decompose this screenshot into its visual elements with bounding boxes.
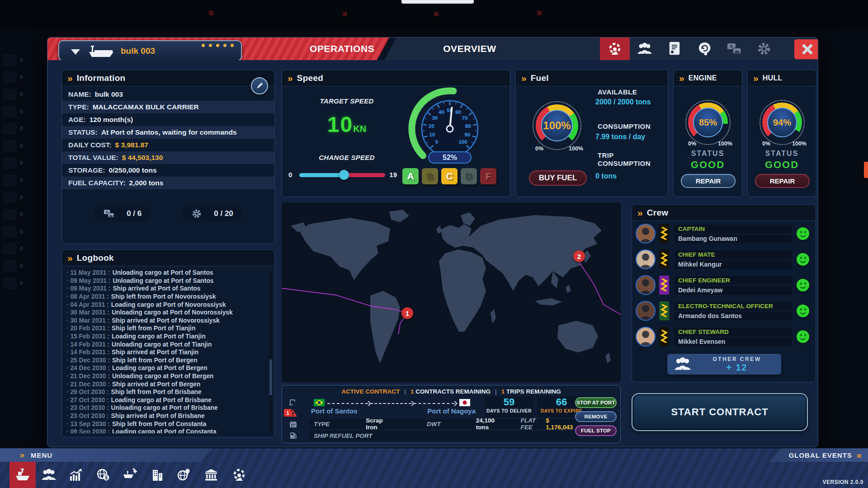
close-icon[interactable] xyxy=(794,39,818,59)
menu-crew-button[interactable] xyxy=(36,462,62,488)
ship-icon xyxy=(87,45,115,60)
background-list-icon xyxy=(3,89,16,100)
svg-text:100: 100 xyxy=(458,139,467,145)
crew-group-icon xyxy=(673,357,693,372)
contracts-icon-button[interactable] xyxy=(660,38,689,60)
start-contract-button[interactable]: START CONTRACT xyxy=(632,393,808,431)
world-map[interactable]: 1 2 xyxy=(282,202,621,382)
menu-company-button[interactable] xyxy=(144,462,170,488)
avatar xyxy=(636,224,656,244)
crew-row[interactable]: CHIEF MATE Mihkel Kangur xyxy=(636,249,812,270)
buy-fuel-button[interactable]: BUY FUEL xyxy=(529,170,587,186)
crew-row[interactable]: CHIEF ENGINEER Dedei Ameyaw xyxy=(636,274,812,296)
log-date: 14 Feb 2031 xyxy=(66,341,109,348)
svg-text:0: 0 xyxy=(435,139,438,145)
panel-title: Crew xyxy=(647,208,669,218)
crew-role: CHIEF MATE xyxy=(675,250,792,259)
menu-ports-button[interactable] xyxy=(171,462,197,488)
crew-icon-button[interactable] xyxy=(630,38,660,60)
speed-slider-handle[interactable] xyxy=(339,170,349,180)
map-marker[interactable]: 1 xyxy=(401,307,413,319)
operations-icon-button[interactable] xyxy=(600,38,630,60)
logbook-scrollbar[interactable] xyxy=(269,270,272,432)
speed-grade-button[interactable]: A xyxy=(402,168,419,184)
speed-grade-button[interactable]: B xyxy=(422,168,438,184)
chevrons-icon: » xyxy=(753,73,759,83)
crew-text: CHIEF STEWARD Mikkel Evensen xyxy=(675,328,792,346)
contract-buttons: STOP AT PORT REMOVE FUEL STOP xyxy=(575,397,617,436)
menu-buy-ship-button[interactable] xyxy=(117,462,143,488)
svg-text:40: 40 xyxy=(439,109,444,115)
log-date: 21 Dec 2030 xyxy=(66,373,110,380)
menu-label: MENU xyxy=(31,451,52,459)
background-list-row: 0 xyxy=(3,157,44,169)
info-value: $ 3,981.87 xyxy=(115,141,148,149)
log-text: Unloading cargo at Port of Brisbane xyxy=(111,404,218,411)
upgrade-slots[interactable]: 0 / 20 xyxy=(182,206,242,222)
ship-selector[interactable]: bulk 003 xyxy=(58,40,242,60)
log-text: Loading cargo at Port of Tianjin xyxy=(112,333,205,340)
background-list-row: 0 xyxy=(3,209,44,221)
tab-operations[interactable]: OPERATIONS xyxy=(310,38,373,60)
repair-hull-button[interactable]: REPAIR xyxy=(755,174,810,188)
logbook-entry: 24 Dec 2030 Loading cargo at Port of Ber… xyxy=(66,364,267,372)
rank-badge-icon xyxy=(659,276,669,295)
refuel-row[interactable]: SHIP REFUEL PORT xyxy=(309,431,579,441)
info-label: STATUS: xyxy=(68,128,98,136)
contract-details-row: TYPE Scrap Iron DWT 24,100 tons FLAT FEE… xyxy=(309,419,579,429)
global-events-strip[interactable]: GLOBAL EVENTS « xyxy=(769,448,868,462)
log-date: 24 Dec 2030 xyxy=(66,365,110,371)
contract-action-button[interactable]: REMOVE xyxy=(575,411,617,422)
equipment-slots[interactable]: 0 / 6 xyxy=(94,206,151,222)
background-list-row: 0 xyxy=(3,89,44,100)
background-dot xyxy=(209,11,213,15)
log-date: 09 May 2031 xyxy=(66,285,110,292)
speed-grade-button[interactable]: D xyxy=(461,168,477,184)
speed-grade-button[interactable]: F xyxy=(480,168,496,184)
crew-row[interactable]: CAPTAIN Bambang Gunawan xyxy=(636,223,812,244)
logbook-entry: 30 Mar 2031 Ship arrived at Port of Novo… xyxy=(66,317,267,325)
crew-row[interactable]: CHIEF STEWARD Mikkel Evensen xyxy=(636,326,812,347)
speed-slider-track[interactable] xyxy=(299,173,385,177)
menu-market-button[interactable]: $ xyxy=(90,462,116,488)
edge-notification-tab[interactable] xyxy=(864,162,868,178)
settings-gear-icon-button[interactable] xyxy=(749,38,779,60)
ai-assistant-icon-button[interactable] xyxy=(689,38,719,60)
contract-action-button[interactable]: FUEL STOP xyxy=(575,425,617,436)
crew-row[interactable]: ELECTRO-TECHNICAL OFFICER Armando dos Sa… xyxy=(636,300,812,322)
crew-text: ELECTRO-TECHNICAL OFFICER Armando dos Sa… xyxy=(675,302,792,320)
contract-action-button[interactable]: STOP AT PORT xyxy=(575,397,617,408)
route-dashes xyxy=(327,402,457,405)
equipment-icon xyxy=(103,209,115,219)
crew-role: CAPTAIN xyxy=(675,225,792,233)
map-marker[interactable]: 2 xyxy=(573,250,585,262)
menu-ships-button[interactable] xyxy=(9,462,36,488)
menu-help-button[interactable] xyxy=(226,462,252,488)
logbook-entry: 27 Oct 2030 Loading cargo at Port of Bri… xyxy=(66,396,267,404)
speed-grade-button[interactable]: C xyxy=(441,168,458,184)
repair-engine-button[interactable]: REPAIR xyxy=(681,174,736,188)
tab-overview[interactable]: OVERVIEW xyxy=(442,38,498,60)
background-list-icon xyxy=(3,278,16,289)
background-count: 0 xyxy=(20,280,23,286)
menu-strip[interactable]: » MENU xyxy=(0,448,213,462)
background-count: 0 xyxy=(20,108,23,115)
svg-text:10: 10 xyxy=(429,132,435,137)
menu-stats-button[interactable] xyxy=(63,462,89,488)
svg-text:20: 20 xyxy=(429,123,434,129)
background-count: 0 xyxy=(20,143,23,149)
ship-rating-dots xyxy=(202,44,234,47)
hull-percent: 94% xyxy=(773,117,791,128)
fuel-gauge: 100% 0% 100% xyxy=(533,101,581,150)
other-crew-button[interactable]: OTHER CREW + 12 xyxy=(667,354,781,375)
background-list-row: 0 xyxy=(3,277,44,289)
background-list-row: 0 xyxy=(3,106,44,117)
hull-header: » HULL xyxy=(748,70,816,86)
background-count: 0 xyxy=(20,194,23,201)
chevrons-icon: » xyxy=(679,73,684,83)
logbook-entry: 09 Sep 2030 Loading cargo at Port of Con… xyxy=(66,428,267,433)
menu-finance-button[interactable] xyxy=(198,462,224,488)
media-icon-button[interactable] xyxy=(719,38,749,60)
speed-grade-buttons: A B C D F xyxy=(402,168,496,184)
panel-title: ENGINE xyxy=(689,74,717,82)
